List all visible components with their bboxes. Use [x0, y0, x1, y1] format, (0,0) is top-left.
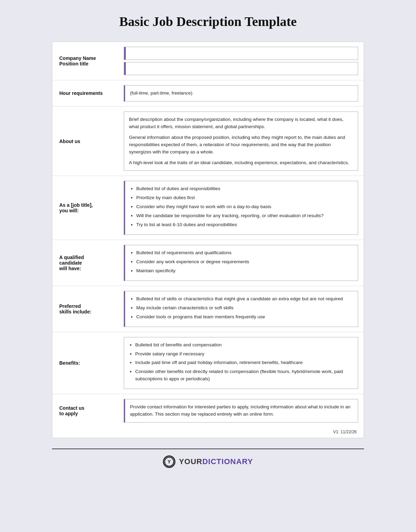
- contact-row: Contact us to apply Provide contact info…: [52, 394, 364, 427]
- qualified-label: A qualified candidate will have:: [52, 240, 118, 286]
- qualified-list: Bulleted list of requirements and qualif…: [130, 249, 353, 275]
- contact-label-line1: Contact us: [59, 405, 84, 411]
- qualified-item-1: Bulleted list of requirements and qualif…: [136, 249, 353, 257]
- about-us-text: Brief description about the company/orga…: [124, 112, 358, 171]
- logo-dictionary: DICTIONARY: [202, 457, 253, 466]
- benefits-content: Bulleted list of benefits and compensati…: [118, 332, 364, 394]
- benefits-text: Bulleted list of benefits and compensati…: [124, 337, 358, 389]
- skill-item-2: May include certain characteristics or s…: [136, 304, 353, 312]
- footer: Y YOURDICTIONARY: [52, 449, 364, 468]
- about-us-box: Brief description about the company/orga…: [124, 112, 358, 171]
- benefits-row: Benefits: Bulleted list of benefits and …: [52, 332, 364, 394]
- contact-label-line2: to apply: [59, 411, 84, 416]
- qualified-label-line1: A qualified: [59, 255, 84, 260]
- skill-item-1: Bulleted list of skills or characteristi…: [136, 295, 353, 303]
- qualified-label-line3: will have:: [59, 266, 84, 271]
- position-title-label: Position title: [59, 61, 96, 66]
- company-name-input[interactable]: [126, 47, 358, 60]
- qualified-label-line2: candidate: [59, 260, 84, 266]
- version-text: V1: 11/22/26: [333, 429, 357, 434]
- preferred-skills-list: Bulleted list of skills or characteristi…: [130, 295, 353, 321]
- company-position-label: Company Name Position title: [52, 42, 118, 80]
- duty-item-1: Bulleted list of duties and responsibili…: [136, 185, 353, 193]
- qualified-text: Bulleted list of requirements and qualif…: [125, 245, 358, 281]
- duties-row: As a [job title], you will: Bulleted lis…: [52, 176, 364, 240]
- company-position-content: [118, 42, 364, 80]
- duties-content: Bulleted list of duties and responsibili…: [118, 176, 364, 240]
- contact-text: Provide contact information for interest…: [125, 399, 358, 422]
- template-card: Company Name Position title Hour require…: [52, 42, 364, 438]
- svg-text:Y: Y: [168, 459, 171, 464]
- logo-svg: Y: [164, 457, 174, 467]
- about-us-para-2: General information about the proposed p…: [129, 134, 353, 156]
- hour-requirements-label: Hour requirements: [52, 80, 118, 106]
- preferred-skills-label-line1: Preferred: [59, 303, 92, 309]
- duties-list: Bulleted list of duties and responsibili…: [130, 185, 353, 229]
- benefit-item-3: Include paid time off and paid holiday i…: [135, 359, 353, 366]
- contact-label: Contact us to apply: [52, 394, 118, 427]
- company-position-row: Company Name Position title: [52, 42, 364, 80]
- duties-box: Bulleted list of duties and responsibili…: [124, 181, 358, 235]
- hour-requirements-text: (full-time, part-time, freelance): [125, 86, 358, 101]
- benefit-item-4: Consider other benefits not directly rel…: [135, 368, 353, 383]
- hour-requirements-box: (full-time, part-time, freelance): [124, 85, 358, 101]
- benefits-label: Benefits:: [52, 332, 118, 394]
- preferred-skills-row: Preferred skills include: Bulleted list …: [52, 286, 364, 332]
- logo-icon: Y: [163, 455, 175, 468]
- preferred-skills-label-line2: skills include:: [59, 309, 92, 314]
- footer-logo-text: YOURDICTIONARY: [179, 457, 253, 466]
- qualified-box: Bulleted list of requirements and qualif…: [124, 245, 358, 281]
- stacked-inputs: [124, 47, 358, 75]
- position-title-input[interactable]: [126, 62, 358, 75]
- contact-content: Provide contact information for interest…: [118, 394, 364, 427]
- duties-label-line2: you will:: [59, 208, 93, 213]
- preferred-skills-text: Bulleted list of skills or characteristi…: [125, 291, 358, 327]
- about-us-row: About us Brief description about the com…: [52, 107, 364, 176]
- qualified-item-2: Consider any work experience or degree r…: [136, 258, 353, 266]
- benefits-box: Bulleted list of benefits and compensati…: [124, 337, 358, 389]
- duties-label: As a [job title], you will:: [52, 176, 118, 240]
- benefit-item-2: Provide salary range if necessary: [135, 351, 353, 358]
- hour-requirements-content: (full-time, part-time, freelance): [118, 80, 364, 106]
- version-row: V1: 11/22/26: [52, 427, 364, 438]
- duty-item-2: Prioritize by main duties first: [136, 194, 353, 202]
- preferred-skills-box: Bulleted list of skills or characteristi…: [124, 291, 358, 327]
- page-title: Basic Job Description Template: [119, 14, 297, 29]
- about-us-label: About us: [52, 107, 118, 176]
- benefits-list: Bulleted list of benefits and compensati…: [129, 342, 353, 383]
- logo-your: YOUR: [179, 457, 202, 466]
- qualified-content: Bulleted list of requirements and qualif…: [118, 240, 364, 286]
- contact-box: Provide contact information for interest…: [124, 399, 358, 423]
- benefit-item-1: Bulleted list of benefits and compensati…: [135, 342, 353, 349]
- duty-item-5: Try to list at least 6-10 duties and res…: [136, 221, 353, 229]
- duty-item-3: Consider who they might have to work wit…: [136, 203, 353, 211]
- preferred-skills-content: Bulleted list of skills or characteristi…: [118, 286, 364, 332]
- company-name-input-box: [124, 47, 358, 60]
- preferred-skills-label: Preferred skills include:: [52, 286, 118, 332]
- duty-item-4: Will the candidate be responsible for an…: [136, 212, 353, 220]
- skill-item-3: Consider tools or programs that team mem…: [136, 313, 353, 321]
- duties-text: Bulleted list of duties and responsibili…: [125, 181, 358, 234]
- company-name-label: Company Name: [59, 55, 96, 61]
- about-us-para-1: Brief description about the company/orga…: [129, 116, 353, 131]
- qualified-row: A qualified candidate will have: Bullete…: [52, 240, 364, 286]
- position-title-input-box: [124, 62, 358, 75]
- duties-label-line1: As a [job title],: [59, 202, 93, 208]
- about-us-content: Brief description about the company/orga…: [118, 107, 364, 176]
- qualified-item-3: Maintain specificity: [136, 267, 353, 275]
- hour-requirements-row: Hour requirements (full-time, part-time,…: [52, 80, 364, 107]
- about-us-para-3: A high-level look at the traits of an id…: [129, 159, 353, 167]
